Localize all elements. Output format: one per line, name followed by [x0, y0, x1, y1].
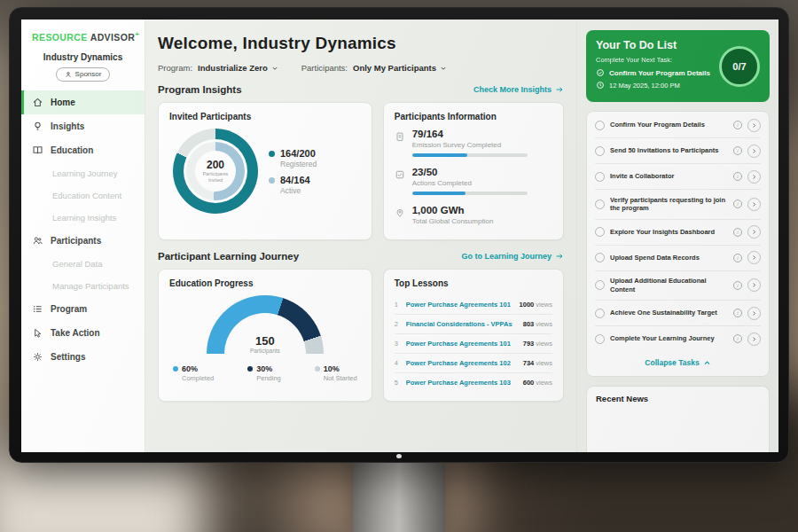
legend-value: 84/164	[280, 175, 310, 185]
legend-item: 10% Not Started	[315, 364, 357, 382]
page-title: Welcome, Industry Dynamics	[158, 34, 564, 53]
task-open-button[interactable]	[747, 225, 761, 239]
lesson-link[interactable]: Power Purchase Agreements 103	[406, 379, 519, 387]
sidebar-item-manage-participants[interactable]: Manage Participants	[21, 275, 145, 297]
task-checkbox[interactable]	[595, 146, 605, 156]
info-icon[interactable]: i	[733, 334, 742, 343]
program-select[interactable]: Industrialize Zero	[198, 63, 278, 73]
participants-select[interactable]: Only My Participants	[353, 63, 447, 73]
lesson-rank: 2	[395, 320, 402, 328]
info-icon[interactable]: i	[733, 121, 742, 129]
monitor-frame: RESOURCE ADVISOR+ Industry Dynamics Spon…	[9, 7, 789, 463]
task-checkbox[interactable]	[595, 280, 605, 290]
task-open-button[interactable]	[747, 251, 761, 264]
card-title: Participants Information	[395, 112, 552, 121]
todo-due: 12 May 2025, 12:00 PM	[596, 81, 710, 90]
chevron-up-icon	[703, 359, 711, 367]
sidebar-item-learning-insights[interactable]: Learning Insights	[21, 207, 145, 229]
sidebar-item-label: Take Action	[51, 328, 100, 338]
filter-bar: Program: Industrialize Zero Participants…	[158, 63, 564, 73]
sidebar-item-education-content[interactable]: Education Content	[21, 184, 145, 207]
people-icon	[32, 235, 43, 246]
info-icon[interactable]: i	[733, 146, 742, 155]
section-title: Participant Learning Journey	[158, 251, 299, 262]
info-icon[interactable]: i	[733, 172, 742, 181]
participants-information-card: Participants Information 79/164 Emission…	[383, 102, 564, 240]
info-icon[interactable]: i	[733, 200, 742, 208]
todo-subtitle: Complete Your Next Task:	[596, 56, 710, 64]
sidebar-item-participants[interactable]: Participants	[21, 229, 145, 253]
info-label: Emission Survey Completed	[412, 141, 528, 149]
sidebar-item-home[interactable]: Home	[21, 90, 145, 114]
task-label: Send 50 Invitations to Participants	[610, 146, 728, 155]
views-count: 1000	[520, 301, 535, 309]
check-more-insights-link[interactable]: Check More Insights	[473, 85, 564, 94]
task-row: Confirm Your Program Details i	[595, 113, 761, 138]
task-open-button[interactable]	[747, 332, 761, 346]
lesson-link[interactable]: Power Purchase Agreements 102	[406, 359, 519, 367]
card-title: Top Lessons	[395, 278, 552, 288]
task-checkbox[interactable]	[595, 253, 605, 262]
task-open-button[interactable]	[747, 198, 761, 211]
lesson-views: 734views	[523, 359, 552, 367]
legend-item: 164/200 Registered	[269, 148, 317, 168]
link-label: Go to Learning Journey	[461, 252, 552, 261]
task-checkbox[interactable]	[595, 227, 605, 237]
go-to-learning-journey-link[interactable]: Go to Learning Journey	[461, 252, 564, 261]
task-open-button[interactable]	[747, 278, 761, 292]
info-icon[interactable]: i	[733, 228, 742, 237]
lesson-link[interactable]: Power Purchase Agreements 101	[406, 301, 515, 309]
legend-label: Registered	[280, 160, 317, 168]
progress-bar-fill	[412, 153, 467, 157]
invited-legend: 164/200 Registered 84/164 Active	[269, 142, 317, 201]
collapse-tasks-link[interactable]: Collapse Tasks	[595, 351, 761, 375]
sponsor-badge: Sponsor	[56, 67, 111, 82]
sidebar-item-insights[interactable]: Insights	[21, 114, 145, 138]
info-icon[interactable]: i	[733, 254, 742, 262]
info-icon[interactable]: i	[733, 309, 742, 317]
sidebar-item-general-data[interactable]: General Data	[21, 253, 145, 275]
task-checkbox[interactable]	[595, 200, 605, 209]
actions-icon	[395, 168, 405, 181]
task-checkbox[interactable]	[595, 121, 605, 130]
views-count: 600	[523, 379, 535, 387]
todo-next-task: Confirm Your Program Details	[596, 68, 710, 77]
legend-item: 60% Completed	[173, 364, 214, 382]
power-led	[396, 454, 402, 458]
task-checkbox[interactable]	[595, 334, 605, 344]
sidebar: RESOURCE ADVISOR+ Industry Dynamics Spon…	[21, 20, 145, 452]
legend-dot	[247, 366, 253, 372]
info-icon[interactable]: i	[733, 281, 742, 290]
sidebar-item-take-action[interactable]: Take Action	[21, 321, 145, 345]
sidebar-item-education[interactable]: Education	[21, 138, 145, 162]
todo-progress-ring: 0/7	[719, 46, 760, 87]
task-checkbox[interactable]	[595, 172, 605, 182]
sidebar-item-program[interactable]: Program	[21, 297, 145, 321]
task-open-button[interactable]	[747, 119, 761, 132]
lesson-row: 1 Power Purchase Agreements 101 1000view…	[395, 295, 552, 315]
lesson-link[interactable]: Financial Considerations - VPPAs	[406, 320, 519, 328]
book-icon	[32, 145, 43, 156]
task-open-button[interactable]	[747, 307, 761, 320]
sidebar-item-learning-journey[interactable]: Learning Journey	[21, 162, 145, 184]
info-value: 1,000 GWh	[412, 205, 494, 215]
views-count: 803	[523, 320, 535, 328]
legend-dot	[315, 366, 320, 372]
gauge-center-label: Participants	[207, 348, 324, 354]
chevron-down-icon	[271, 65, 278, 72]
org-name: Industry Dynamics	[21, 52, 145, 62]
invited-donut-chart: 200 Participants Invited	[173, 129, 258, 214]
legend-label: Active	[280, 186, 310, 195]
task-open-button[interactable]	[747, 145, 761, 158]
sidebar-item-label: Settings	[51, 352, 85, 362]
views-unit: views	[536, 379, 552, 387]
invited-donut-body: 200 Participants Invited 164/200 Registe	[169, 129, 361, 214]
task-open-button[interactable]	[747, 170, 761, 184]
task-checkbox[interactable]	[595, 309, 605, 318]
lesson-link[interactable]: Power Purchase Agreements 101	[406, 340, 519, 348]
sidebar-item-settings[interactable]: Settings	[21, 345, 145, 369]
scene-background: RESOURCE ADVISOR+ Industry Dynamics Spon…	[0, 0, 798, 532]
participants-filter-label: Participants:	[301, 63, 348, 73]
views-unit: views	[536, 320, 552, 328]
pin-icon	[395, 207, 405, 219]
